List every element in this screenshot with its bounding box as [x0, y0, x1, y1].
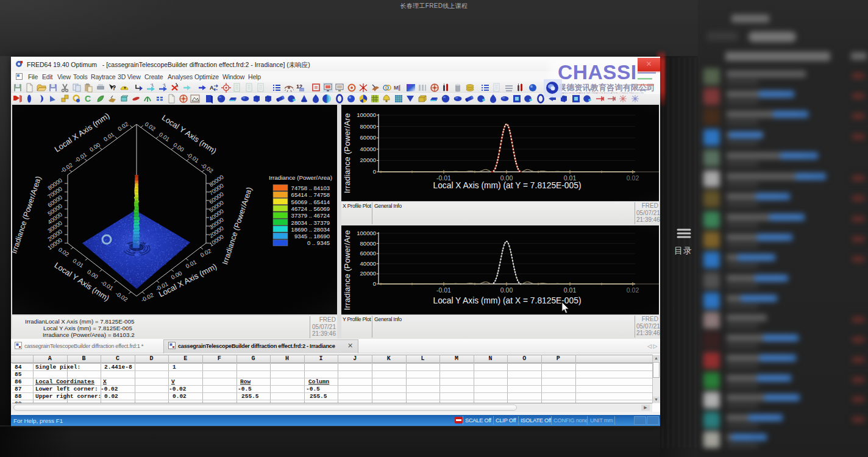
svg-text:0.00: 0.00 [500, 286, 513, 294]
svg-text:18690 .. 28034: 18690 .. 28034 [291, 226, 330, 233]
svg-text:80000: 80000 [360, 240, 376, 247]
svg-text:60000: 60000 [360, 250, 376, 257]
svg-text:56069 .. 65414: 56069 .. 65414 [291, 199, 330, 205]
svg-text:0.02: 0.02 [627, 286, 639, 294]
svg-text:0: 0 [373, 280, 376, 287]
svg-text:40000: 40000 [360, 260, 376, 267]
svg-text:Local Y Axis (mm) (at X = 7.81: Local Y Axis (mm) (at X = 7.8125E-005) [433, 296, 582, 305]
svg-text:0.01: 0.01 [564, 286, 577, 294]
svg-text:80000: 80000 [360, 123, 376, 130]
svg-text:65414 .. 74758: 65414 .. 74758 [291, 191, 330, 198]
svg-text:0 .. 9345: 0 .. 9345 [307, 239, 330, 246]
svg-text:A: A [210, 85, 214, 91]
svg-text:100000: 100000 [357, 112, 376, 118]
svg-text:M|: M| [394, 85, 400, 91]
svg-text:0.02: 0.02 [627, 174, 639, 182]
svg-text:28034 .. 37379: 28034 .. 37379 [291, 219, 330, 226]
svg-text:?: ? [112, 85, 116, 91]
svg-text:100000: 100000 [357, 230, 376, 236]
svg-text:-0.01: -0.01 [436, 286, 451, 294]
svg-text:9345 .. 18690: 9345 .. 18690 [294, 233, 330, 239]
svg-text:40000: 40000 [360, 146, 376, 152]
svg-text:20000: 20000 [360, 270, 376, 277]
svg-text:46724 .. 56069: 46724 .. 56069 [291, 205, 330, 212]
svg-text:0: 0 [373, 168, 376, 175]
svg-text:74758 .. 84103: 74758 .. 84103 [291, 185, 330, 191]
svg-text:Local X Axis (mm) (at Y = 7.81: Local X Axis (mm) (at Y = 7.8125E-005) [433, 181, 582, 190]
svg-text:20000: 20000 [360, 157, 376, 163]
svg-text:37379 .. 46724: 37379 .. 46724 [291, 212, 330, 219]
svg-text:Irradiance (Power/Area): Irradiance (Power/Area) [269, 174, 332, 181]
svg-text:C: C [85, 94, 91, 104]
svg-text:60000: 60000 [360, 134, 376, 141]
